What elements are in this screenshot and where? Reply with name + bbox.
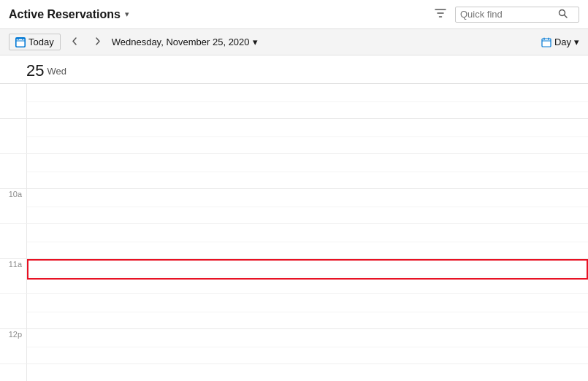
time-slot[interactable]	[26, 329, 588, 363]
time-row[interactable]	[0, 119, 588, 154]
view-calendar-icon	[541, 37, 551, 47]
view-selector[interactable]: Day ▾	[541, 36, 579, 47]
time-row[interactable]	[0, 364, 588, 381]
time-label	[0, 224, 26, 226]
nav-next-button[interactable]	[89, 34, 106, 50]
toolbar: Today Wednesday, November 25, 2020 ▾ Day…	[0, 29, 588, 55]
time-label: 11a	[0, 259, 26, 269]
time-label: 12p	[0, 329, 26, 339]
time-grid: 10a11a12p1p2p3p4p5p	[0, 84, 588, 381]
time-slot[interactable]	[26, 364, 588, 381]
search-input[interactable]	[460, 9, 555, 20]
time-slot[interactable]	[26, 84, 588, 118]
title-right	[432, 6, 579, 23]
day-name: Wed	[47, 66, 66, 77]
date-label: Wednesday, November 25, 2020	[112, 36, 250, 47]
time-slot[interactable]	[26, 259, 588, 293]
today-label: Today	[28, 36, 54, 47]
title-bar: Active Reservations ▾	[0, 0, 588, 29]
calendar-icon	[15, 37, 26, 47]
title-chevron-icon[interactable]: ▾	[125, 9, 129, 19]
time-slot[interactable]	[26, 119, 588, 153]
page-title: Active Reservations	[9, 8, 121, 21]
time-label	[0, 364, 26, 366]
time-slot[interactable]	[26, 154, 588, 188]
svg-line-1	[565, 15, 568, 18]
nav-prev-button[interactable]	[66, 34, 83, 50]
time-label	[0, 154, 26, 155]
time-row[interactable]	[0, 84, 588, 119]
day-header: 25 Wed	[0, 55, 588, 84]
svg-rect-6	[542, 39, 551, 47]
time-label	[0, 84, 26, 85]
time-slot[interactable]	[26, 189, 588, 223]
time-row[interactable]	[0, 154, 588, 189]
calendar-area: 25 Wed 10a11a12p1p2p3p4p5p	[0, 55, 588, 381]
time-slot[interactable]	[26, 294, 588, 328]
time-label: 10a	[0, 189, 26, 199]
time-row[interactable]: 10a	[0, 189, 588, 224]
day-number: 25	[26, 61, 44, 80]
search-icon	[558, 9, 568, 20]
search-box[interactable]	[455, 7, 579, 23]
today-button[interactable]: Today	[9, 34, 61, 50]
view-label: Day	[554, 36, 571, 47]
date-selector[interactable]: Wednesday, November 25, 2020 ▾	[112, 36, 258, 47]
time-row[interactable]	[0, 224, 588, 259]
title-left: Active Reservations ▾	[9, 8, 129, 21]
svg-rect-2	[16, 39, 25, 47]
time-row[interactable]: 12p	[0, 329, 588, 364]
date-chevron-icon: ▾	[253, 36, 258, 47]
time-row[interactable]: 11a	[0, 259, 588, 294]
time-slot[interactable]	[26, 224, 588, 258]
time-label	[0, 294, 26, 296]
view-chevron-icon: ▾	[574, 36, 579, 47]
time-row[interactable]	[0, 294, 588, 329]
time-label	[0, 119, 26, 120]
filter-icon[interactable]	[432, 6, 449, 23]
